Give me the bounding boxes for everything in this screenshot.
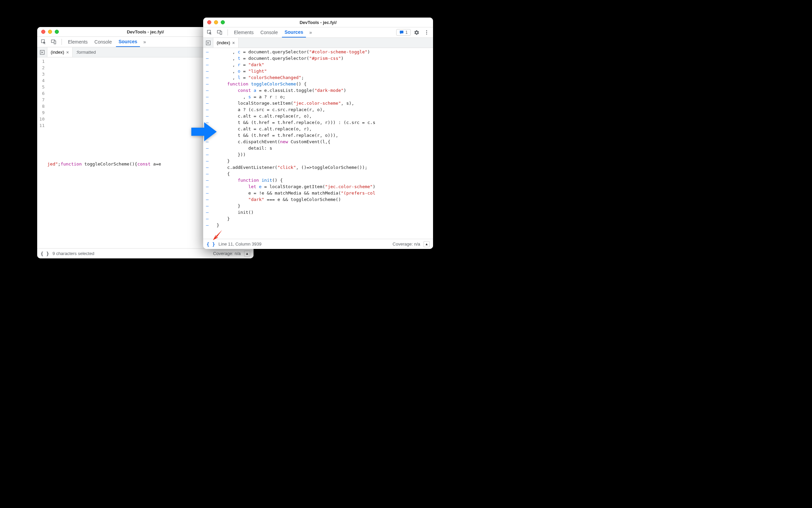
close-tab-icon[interactable]: × (66, 50, 69, 55)
fullscreen-window-button[interactable] (221, 20, 225, 24)
titlebar: DevTools - jec.fyi/ (203, 18, 433, 27)
tab-elements[interactable]: Elements (231, 28, 256, 37)
svg-point-9 (426, 34, 427, 35)
inspect-element-icon[interactable] (205, 28, 214, 37)
tab-elements[interactable]: Elements (65, 37, 90, 47)
tab-sources[interactable]: Sources (116, 37, 140, 47)
issues-button[interactable]: 1 (396, 29, 411, 36)
coverage-status: Coverage: n/a (213, 251, 241, 256)
more-options-icon[interactable] (422, 28, 431, 37)
line-number-gutter: –––––––––––––––––––––––––––– (203, 48, 211, 239)
navigator-toggle-icon[interactable] (203, 38, 213, 48)
device-toolbar-icon[interactable] (49, 37, 58, 46)
svg-point-7 (426, 30, 427, 31)
status-bar: { } Line 11, Column 3939 Coverage: n/a ▲ (203, 239, 433, 249)
navigator-toggle-icon[interactable] (37, 47, 47, 57)
fullscreen-window-button[interactable] (55, 30, 59, 34)
cursor-position: Line 11, Column 3939 (218, 242, 261, 247)
collapse-icon[interactable]: ▲ (244, 251, 250, 257)
file-tab-bar: (index) × (203, 38, 433, 48)
main-toolbar: Elements Console Sources » 1 (203, 27, 433, 38)
code-content[interactable]: , c = document.querySelector("#color-sch… (211, 48, 433, 239)
pretty-print-icon[interactable]: { } (41, 251, 49, 256)
annotation-red-arrow (212, 229, 224, 241)
file-tab-formatted[interactable]: :formatted (73, 47, 99, 57)
window-title: DevTools - jec.fyi/ (203, 20, 433, 25)
minimize-window-button[interactable] (48, 30, 52, 34)
code-editor[interactable]: –––––––––––––––––––––––––––– , c = docum… (203, 48, 433, 239)
svg-rect-6 (220, 31, 222, 34)
file-tab-label: :formatted (76, 50, 96, 55)
devtools-window-right: DevTools - jec.fyi/ Elements Console Sou… (203, 18, 433, 249)
collapse-icon[interactable]: ▲ (424, 241, 430, 247)
file-tab-label: (index) (217, 40, 230, 45)
more-tabs-icon[interactable]: » (141, 38, 148, 46)
device-toolbar-icon[interactable] (215, 28, 224, 37)
close-window-button[interactable] (41, 30, 45, 34)
coverage-status: Coverage: n/a (392, 242, 420, 247)
line-number-gutter: 1234567891011 (37, 57, 47, 248)
tab-sources[interactable]: Sources (282, 27, 306, 37)
annotation-blue-arrow (191, 122, 217, 142)
settings-icon[interactable] (412, 28, 421, 37)
file-tab-index[interactable]: (index) × (213, 38, 239, 48)
close-window-button[interactable] (207, 20, 211, 24)
selection-status: 9 characters selected (52, 251, 94, 256)
file-tab-index[interactable]: (index) × (47, 47, 73, 57)
traffic-lights (207, 20, 225, 24)
svg-point-8 (426, 32, 427, 33)
file-tab-label: (index) (51, 50, 64, 55)
pretty-print-icon[interactable]: { } (207, 242, 215, 247)
issues-count: 1 (405, 30, 408, 35)
traffic-lights (41, 30, 59, 34)
inspect-element-icon[interactable] (39, 37, 48, 46)
close-tab-icon[interactable]: × (232, 40, 235, 46)
tab-console[interactable]: Console (258, 28, 280, 37)
more-tabs-icon[interactable]: » (307, 28, 314, 36)
tab-console[interactable]: Console (92, 37, 114, 47)
minimize-window-button[interactable] (214, 20, 218, 24)
svg-rect-2 (54, 41, 56, 44)
status-bar: { } 9 characters selected Coverage: n/a … (37, 248, 254, 258)
